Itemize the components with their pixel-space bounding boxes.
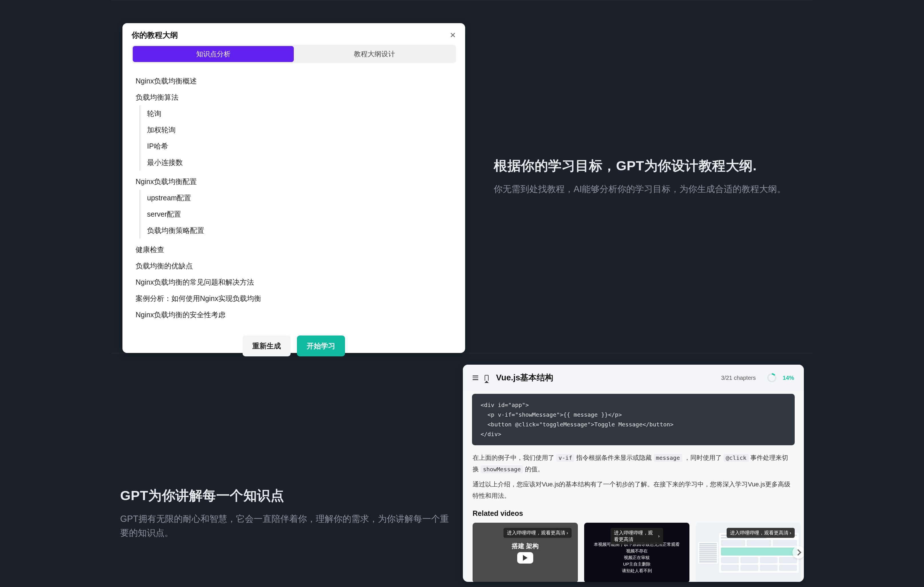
section1-subtitle: 你无需到处找教程，AI能够分析你的学习目标，为你生成合适的教程大纲。 <box>494 183 812 196</box>
chevron-right-icon: › <box>790 530 791 536</box>
text-segment: ，同时使用了 <box>682 454 723 461</box>
section1-copy: 根据你的学习目标，GPT为你设计教程大纲. 你无需到处找教程，AI能够分析你的学… <box>494 0 812 353</box>
outline-item[interactable]: 负载均衡的优缺点 <box>135 258 452 274</box>
bilibili-toast: 进入哔哩哔哩，观看更高清 › <box>503 528 572 538</box>
modal-tabs: 知识点分析 教程大纲设计 <box>132 45 456 63</box>
close-icon[interactable]: ✕ <box>450 31 456 39</box>
outline-body: Nginx负载均衡概述 负载均衡算法 轮询 加权轮询 IP哈希 最小连接数 Ng… <box>132 73 456 323</box>
thumb-subtext: UP主自主删除 <box>623 562 650 567</box>
outline-item[interactable]: Nginx负载均衡配置 <box>135 173 452 190</box>
outline-subitem[interactable]: IP哈希 <box>147 138 452 155</box>
related-videos-heading: Related videos <box>463 504 804 520</box>
feature-section-explain: GPT为你讲解每一个知识点 GPT拥有无限的耐心和智慧，它会一直陪伴着你，理解你… <box>0 353 924 582</box>
toast-text: 进入哔哩哔哩，观看更高清 <box>730 529 789 536</box>
chapter-count: 3/21 chapters <box>721 375 756 381</box>
progress-percent: 14% <box>783 375 794 381</box>
video-card[interactable]: 进入哔哩哔哩，观看更高清 › 搭建 架构 2023年最新版Vue.js 3 + … <box>473 523 578 582</box>
chevron-right-icon: › <box>658 533 660 539</box>
thumb-subtext: 视频正在审核 <box>624 555 650 561</box>
scroll-right-button[interactable] <box>792 546 804 559</box>
progress-ring-icon <box>767 373 776 382</box>
outline-modal: 你的教程大纲 ✕ 知识点分析 教程大纲设计 Nginx负载均衡概述 负载均衡算法… <box>122 23 465 353</box>
outline-item[interactable]: 负载均衡算法 <box>135 89 452 105</box>
outline-subitem[interactable]: 最小连接数 <box>147 155 452 171</box>
thumb-overlay-text: 搭建 架构 <box>512 542 539 551</box>
outline-item[interactable]: Nginx负载均衡概述 <box>135 73 452 89</box>
modal-title: 你的教程大纲 <box>132 30 178 40</box>
lesson-paragraph: 通过以上介绍，您应该对Vue.js的基本结构有了一个初步的了解。在接下来的学习中… <box>463 478 804 504</box>
outline-subitem[interactable]: 轮询 <box>147 105 452 122</box>
code-snippet: <div id="app"> <p v-if="showMessage">{{ … <box>472 394 795 445</box>
toast-text: 进入哔哩哔哩，观看更高清 <box>507 529 565 536</box>
section2-subtitle: GPT拥有无限的耐心和智慧，它会一直陪伴着你，理解你的需求，为你讲解每一个重要的… <box>120 512 449 539</box>
lesson-paragraph: 在上面的例子中，我们使用了 v-if 指令根据条件来显示或隐藏 message … <box>463 451 804 478</box>
lesson-title: Vue.js基本结构 <box>496 372 553 383</box>
outline-subitem[interactable]: 负载均衡策略配置 <box>147 222 452 238</box>
bookmark-icon[interactable] <box>485 375 488 381</box>
video-card[interactable]: 进入哔哩哔哩，观看更高清 › 本视频可能由于以下原因导致您无法正常观看 视频不存… <box>584 523 690 582</box>
inline-code: @click <box>723 454 749 462</box>
video-thumbnail: 进入哔哩哔哩，观看更高清 › 本视频可能由于以下原因导致您无法正常观看 视频不存… <box>584 523 690 582</box>
outline-item[interactable]: Nginx负载均衡的安全性考虑 <box>135 307 452 323</box>
outline-subitem[interactable]: 加权轮询 <box>147 122 452 138</box>
outline-subitem[interactable]: server配置 <box>147 206 452 222</box>
video-thumbnail: 进入哔哩哔哩，观看更高清 › <box>696 523 801 582</box>
related-videos-row: 进入哔哩哔哩，观看更高清 › 搭建 架构 2023年最新版Vue.js 3 + … <box>463 520 804 582</box>
menu-icon[interactable] <box>473 375 478 380</box>
video-card[interactable]: 进入哔哩哔哩，观看更高清 › 【实战教程】Spring Boot+Vue.js+… <box>696 523 801 582</box>
play-icon <box>517 552 533 564</box>
bilibili-toast: 进入哔哩哔哩，观看更高清 › <box>610 528 663 544</box>
toast-text: 进入哔哩哔哩，观看更高清 <box>614 529 657 543</box>
bilibili-toast: 进入哔哩哔哩，观看更高清 › <box>727 528 795 538</box>
tab-analysis[interactable]: 知识点分析 <box>133 46 294 62</box>
section1-title: 根据你的学习目标，GPT为你设计教程大纲. <box>494 157 812 175</box>
inline-code: message <box>653 454 682 462</box>
video-thumbnail: 进入哔哩哔哩，观看更高清 › 搭建 架构 <box>473 523 578 582</box>
text-segment: 指令根据条件来显示或隐藏 <box>574 454 653 461</box>
text-segment: 的值。 <box>523 465 544 473</box>
outline-item[interactable]: 案例分析：如何使用Nginx实现负载均衡 <box>135 290 452 307</box>
feature-section-outline: 你的教程大纲 ✕ 知识点分析 教程大纲设计 Nginx负载均衡概述 负载均衡算法… <box>0 0 924 353</box>
thumb-subtext: 视频不存在 <box>626 548 648 554</box>
outline-item[interactable]: Nginx负载均衡的常见问题和解决方法 <box>135 274 452 290</box>
section2-copy: GPT为你讲解每一个知识点 GPT拥有无限的耐心和智慧，它会一直陪伴着你，理解你… <box>120 445 449 582</box>
inline-code: v-if <box>556 454 574 462</box>
thumb-subtext: 请别处人看不到 <box>622 568 652 574</box>
chevron-right-icon: › <box>566 530 568 536</box>
section2-title: GPT为你讲解每一个知识点 <box>120 487 449 505</box>
outline-subitem[interactable]: upstream配置 <box>147 190 452 206</box>
outline-item[interactable]: 健康检查 <box>135 242 452 258</box>
lesson-reader: Vue.js基本结构 3/21 chapters 14% <div id="ap… <box>463 365 804 582</box>
tab-design[interactable]: 教程大纲设计 <box>294 46 455 62</box>
text-segment: 在上面的例子中，我们使用了 <box>473 454 556 461</box>
inline-code: showMessage <box>480 465 523 473</box>
